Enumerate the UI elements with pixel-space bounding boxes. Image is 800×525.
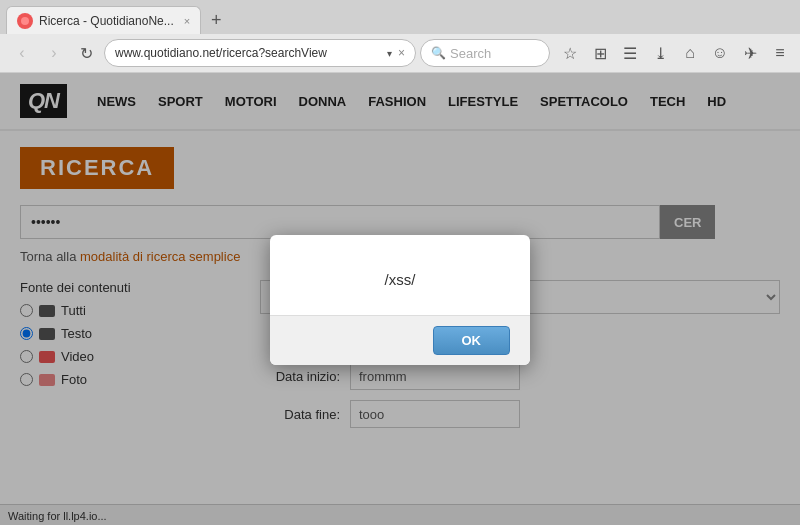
reload-button[interactable]: ↻ — [72, 39, 100, 67]
search-icon: 🔍 — [431, 46, 446, 60]
modal-footer: OK — [270, 315, 530, 365]
address-bar[interactable]: www.quotidiano.net/ricerca?searchView ▾ … — [104, 39, 416, 67]
browser-search-bar[interactable]: 🔍 Search — [420, 39, 550, 67]
back-button[interactable]: ‹ — [8, 39, 36, 67]
website-content: QN NEWS SPORT MOTORI DONNA FASHION LIFES… — [0, 73, 800, 525]
address-dropdown-icon[interactable]: ▾ — [387, 48, 392, 59]
tab-bar: Ricerca - QuotidianoNe... × + — [0, 0, 800, 34]
emoji-icon[interactable]: ☺ — [708, 41, 732, 65]
modal-ok-button[interactable]: OK — [433, 326, 511, 355]
forward-button[interactable]: › — [40, 39, 68, 67]
tab-close-btn[interactable]: × — [184, 15, 190, 27]
tab-title: Ricerca - QuotidianoNe... — [39, 14, 174, 28]
modal-body: /xss/ — [270, 235, 530, 315]
nav-bar: ‹ › ↻ www.quotidiano.net/ricerca?searchV… — [0, 34, 800, 72]
menu-icon[interactable]: ≡ — [768, 41, 792, 65]
download-icon[interactable]: ⤓ — [648, 41, 672, 65]
active-tab[interactable]: Ricerca - QuotidianoNe... × — [6, 6, 201, 34]
new-tab-button[interactable]: + — [205, 9, 227, 31]
modal-dialog: /xss/ OK — [270, 235, 530, 365]
browser-chrome: Ricerca - QuotidianoNe... × + ‹ › ↻ www.… — [0, 0, 800, 73]
search-placeholder: Search — [450, 46, 491, 61]
modal-message: /xss/ — [385, 271, 416, 288]
tab-favicon — [17, 13, 33, 29]
modal-overlay: /xss/ OK — [0, 73, 800, 525]
screenshot-icon[interactable]: ⊞ — [588, 41, 612, 65]
address-clear-icon[interactable]: × — [398, 46, 405, 60]
home-icon[interactable]: ⌂ — [678, 41, 702, 65]
toolbar-icons: ☆ ⊞ ☰ ⤓ ⌂ ☺ ✈ ≡ — [558, 41, 792, 65]
address-text: www.quotidiano.net/ricerca?searchView — [115, 46, 381, 60]
bookmark-icon[interactable]: ☆ — [558, 41, 582, 65]
pocket-icon[interactable]: ☰ — [618, 41, 642, 65]
send-icon[interactable]: ✈ — [738, 41, 762, 65]
